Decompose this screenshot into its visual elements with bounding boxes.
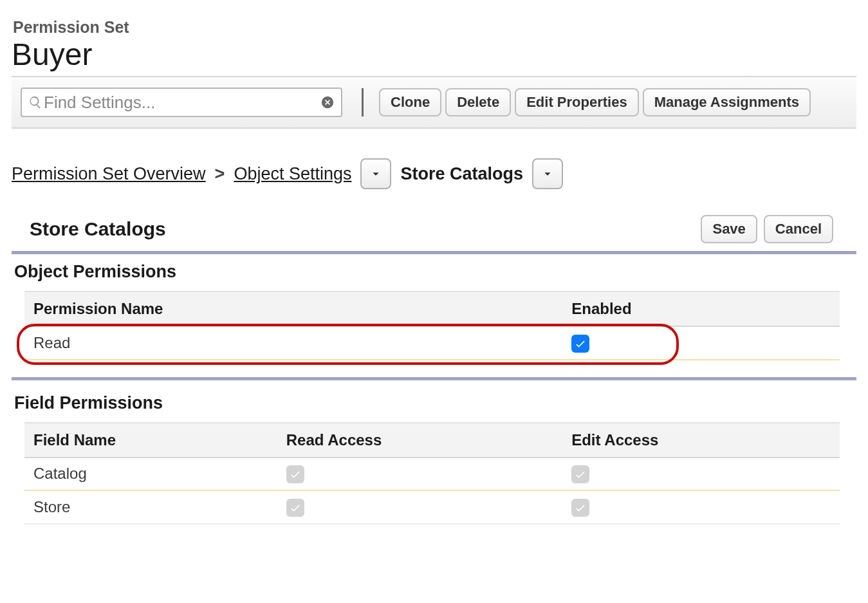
catalog-edit-checkbox bbox=[571, 465, 589, 483]
field-permissions-heading: Field Permissions bbox=[12, 389, 856, 422]
chevron-down-icon bbox=[540, 167, 555, 181]
col-enabled: Enabled bbox=[562, 292, 840, 326]
permission-name-cell: Read bbox=[24, 326, 562, 360]
search-input-wrap[interactable] bbox=[21, 88, 342, 117]
breadcrumb-overview-link[interactable]: Permission Set Overview bbox=[12, 164, 206, 184]
object-permissions-heading: Object Permissions bbox=[12, 258, 856, 291]
read-enabled-checkbox[interactable] bbox=[571, 335, 589, 353]
check-icon bbox=[574, 468, 587, 481]
clone-button[interactable]: Clone bbox=[379, 88, 441, 116]
breadcrumb-current: Store Catalogs bbox=[400, 164, 523, 184]
store-edit-checkbox bbox=[571, 499, 589, 517]
delete-button[interactable]: Delete bbox=[445, 88, 511, 116]
edit-properties-button[interactable]: Edit Properties bbox=[515, 88, 638, 116]
toolbar-separator bbox=[362, 88, 364, 116]
clear-icon[interactable] bbox=[320, 95, 335, 109]
page-header: Permission Set Buyer bbox=[12, 18, 856, 77]
col-permission-name: Permission Name bbox=[24, 292, 562, 326]
breadcrumb-separator: > bbox=[215, 164, 225, 184]
page-supertitle: Permission Set bbox=[13, 18, 856, 37]
table-row: Store bbox=[24, 490, 840, 524]
breadcrumb: Permission Set Overview > Object Setting… bbox=[12, 129, 856, 196]
section-divider bbox=[12, 251, 856, 254]
current-dropdown[interactable] bbox=[532, 158, 563, 189]
store-read-checkbox bbox=[286, 499, 304, 517]
table-row: Read bbox=[24, 326, 840, 360]
field-permissions-table: Field Name Read Access Edit Access Catal… bbox=[24, 422, 840, 524]
col-field-name: Field Name bbox=[24, 423, 277, 458]
object-permissions-table: Permission Name Enabled Read bbox=[24, 291, 840, 360]
field-name-cell: Catalog bbox=[24, 458, 277, 491]
check-icon bbox=[574, 337, 587, 350]
field-name-cell: Store bbox=[24, 490, 277, 524]
col-read-access: Read Access bbox=[277, 423, 562, 458]
search-icon bbox=[28, 95, 42, 109]
catalog-read-checkbox bbox=[286, 465, 304, 483]
manage-assignments-button[interactable]: Manage Assignments bbox=[643, 88, 811, 116]
section-divider bbox=[12, 377, 856, 380]
table-row: Catalog bbox=[24, 458, 840, 491]
save-button[interactable]: Save bbox=[701, 215, 757, 243]
object-settings-dropdown[interactable] bbox=[360, 158, 391, 189]
page-title: Buyer bbox=[12, 37, 856, 72]
cancel-button[interactable]: Cancel bbox=[764, 215, 833, 243]
section-title: Store Catalogs bbox=[30, 218, 166, 240]
search-input[interactable] bbox=[42, 92, 320, 113]
chevron-down-icon bbox=[369, 167, 383, 181]
toolbar: Clone Delete Edit Properties Manage Assi… bbox=[12, 77, 856, 129]
check-icon bbox=[289, 468, 302, 481]
check-icon bbox=[289, 501, 302, 514]
breadcrumb-object-settings-link[interactable]: Object Settings bbox=[234, 164, 351, 184]
col-edit-access: Edit Access bbox=[562, 423, 840, 458]
section-titlebar: Store Catalogs Save Cancel bbox=[12, 196, 856, 251]
check-icon bbox=[574, 501, 587, 514]
